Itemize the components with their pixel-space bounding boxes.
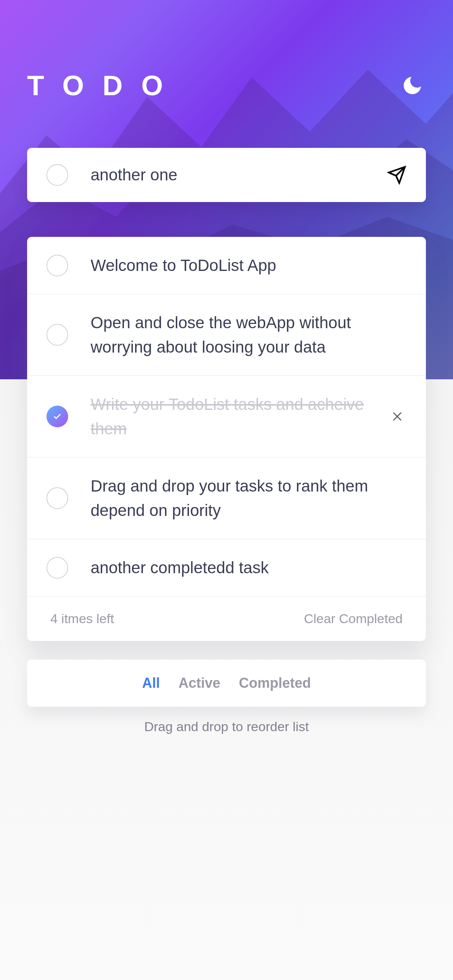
check-icon <box>53 412 62 421</box>
todo-checkbox-unchecked[interactable] <box>46 487 68 509</box>
clear-completed-button[interactable]: Clear Completed <box>304 611 403 626</box>
todo-item[interactable]: Drag and drop your tasks to rank them de… <box>27 457 426 539</box>
list-footer: 4 itmes left Clear Completed <box>27 596 426 641</box>
delete-todo-button[interactable] <box>388 407 407 426</box>
moon-icon <box>401 74 424 97</box>
todo-checkbox-checked[interactable] <box>46 406 68 427</box>
filter-all-button[interactable]: All <box>142 675 160 691</box>
reorder-hint: Drag and drop to reorder list <box>0 719 453 734</box>
close-icon <box>390 409 405 424</box>
todo-item[interactable]: Open and close the webApp without worryi… <box>27 294 426 376</box>
submit-todo-button[interactable] <box>387 165 407 185</box>
new-todo-input[interactable] <box>91 166 365 184</box>
todo-text: Welcome to ToDoList App <box>91 253 407 278</box>
new-todo-card <box>27 148 426 202</box>
items-left-label: 4 itmes left <box>50 611 114 626</box>
app-logo: TODO <box>27 70 182 101</box>
todo-item[interactable]: Welcome to ToDoList App <box>27 237 426 294</box>
filter-active-button[interactable]: Active <box>178 675 220 691</box>
send-icon <box>387 165 407 185</box>
todo-checkbox-unchecked[interactable] <box>46 557 68 579</box>
todo-checkbox-unchecked[interactable] <box>46 255 68 276</box>
todo-text: another completedd task <box>91 555 407 580</box>
filter-card: All Active Completed <box>27 660 426 707</box>
todo-list-card: Welcome to ToDoList AppOpen and close th… <box>27 237 426 641</box>
todo-checkbox-unchecked[interactable] <box>46 324 68 346</box>
todo-text: Drag and drop your tasks to rank them de… <box>91 474 407 523</box>
header: TODO <box>0 0 453 101</box>
todo-text: Write your TodoList tasks and acheive th… <box>91 392 365 441</box>
theme-toggle-button[interactable] <box>399 72 426 99</box>
todo-text: Open and close the webApp without worryi… <box>91 310 407 359</box>
new-todo-checkbox[interactable] <box>46 164 68 186</box>
todo-item[interactable]: Write your TodoList tasks and acheive th… <box>27 376 426 457</box>
todo-item[interactable]: another completedd task <box>27 539 426 596</box>
filter-completed-button[interactable]: Completed <box>239 675 311 691</box>
